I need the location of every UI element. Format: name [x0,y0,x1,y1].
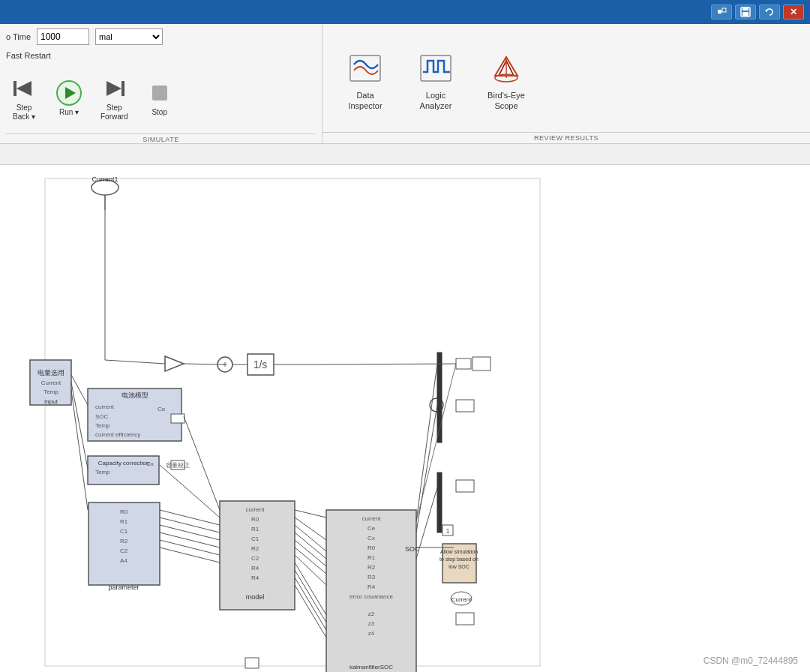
run-icon [56,80,82,106]
svg-rect-80 [472,357,490,370]
mode-select[interactable]: mal Normal Fast Rapid [95,28,163,45]
step-forward-label: StepForward [100,104,128,122]
data-inspector-icon [346,50,384,87]
svg-text:R0: R0 [251,516,260,523]
svg-text:low SOC: low SOC [448,564,470,569]
svg-text:R1: R1 [251,526,260,532]
svg-text:R2: R2 [251,545,260,552]
stop-time-label: o Time [6,32,31,41]
svg-rect-0 [718,10,722,14]
minimize-btn[interactable] [711,4,732,20]
svg-marker-10 [106,81,122,96]
toolbar-top-controls: o Time mal Normal Fast Rapid [6,28,316,45]
svg-text:to stop based on: to stop based on [440,556,478,562]
svg-text:Ce: Ce [368,525,376,532]
svg-text:z2: z2 [368,610,375,617]
svg-rect-6 [14,81,16,96]
run-label: Run ▾ [59,108,79,117]
logic-analyzer-button[interactable]: LogicAnalyzer [408,46,464,115]
svg-text:C2: C2 [251,555,260,562]
svg-text:容量校正: 容量校正 [166,462,190,469]
title-bar-controls: ✕ [711,4,804,20]
step-forward-button[interactable]: StepForward [96,72,133,124]
svg-rect-84 [437,472,442,532]
svg-text:R3: R3 [368,574,376,580]
svg-text:error covariance: error covariance [350,593,393,600]
svg-text:R4: R4 [368,584,376,590]
main-toolbar: o Time mal Normal Fast Rapid Fast Restar… [0,24,810,144]
svg-text:Input: Input [44,398,58,405]
svg-text:SOC: SOC [405,545,420,553]
svg-text:R1: R1 [368,554,376,561]
data-inspector-label: DataInspector [348,90,382,112]
svg-rect-1 [722,8,726,12]
run-button[interactable]: Run ▾ [51,76,87,120]
svg-text:Temp: Temp [95,469,110,476]
undo-btn[interactable] [759,4,780,20]
svg-text:Allow simulation: Allow simulation [440,549,478,554]
svg-rect-11 [122,81,124,96]
svg-text:电池模型: 电池模型 [122,392,148,399]
svg-text:A4: A4 [120,557,128,564]
svg-text:z4: z4 [368,630,375,637]
svg-text:Cx: Cx [368,535,375,542]
svg-text:Cx: Cx [146,460,154,467]
svg-text:Temp: Temp [44,388,58,395]
svg-text:Temp: Temp [95,422,110,429]
svg-rect-4 [742,8,748,10]
stop-label: Stop [152,108,167,117]
canvas-area[interactable]: Current1 电量选用 Current Temp Input 1/s + 电… [0,165,810,672]
svg-text:Capacity correction: Capacity correction [98,460,149,466]
svg-text:R0: R0 [368,544,376,551]
save-btn[interactable] [735,4,756,20]
svg-text:C1: C1 [251,536,260,542]
fast-restart-label: Fast Restart [6,51,316,60]
svg-text:model: model [246,593,265,601]
svg-text:Current1: Current1 [92,176,118,183]
svg-text:R1: R1 [120,518,128,525]
stop-time-input[interactable] [37,28,89,45]
simulink-diagram: Current1 电量选用 Current Temp Input 1/s + 电… [0,165,810,672]
data-inspector-button[interactable]: DataInspector [338,46,393,115]
step-back-label: StepBack ▾ [13,104,35,122]
logic-analyzer-label: LogicAnalyzer [420,90,452,112]
svg-rect-12 [152,86,167,100]
secondary-toolbar [0,144,810,165]
svg-text:1/s: 1/s [254,358,268,370]
review-results-section: DataInspector LogicAnalyzer [322,24,810,143]
svg-text:R4: R4 [251,574,260,581]
stop-button[interactable]: Stop [142,76,178,120]
svg-text:current: current [246,506,266,513]
svg-rect-95 [245,658,259,668]
svg-text:z3: z3 [368,620,375,627]
svg-rect-13 [350,56,380,81]
watermark: CSDN @m0_72444895 [704,656,798,666]
svg-rect-14 [421,56,451,81]
svg-rect-39 [171,414,184,423]
svg-text:current efficiency: current efficiency [95,431,140,438]
svg-text:current: current [95,404,115,410]
svg-text:Current: Current [452,596,472,603]
svg-text:SOC: SOC [95,413,109,420]
birds-eye-scope-button[interactable]: Bird's-EyeScope [478,46,534,115]
svg-text:电量选用: 电量选用 [38,369,64,376]
svg-text:C1: C1 [120,528,128,535]
svg-text:R2: R2 [120,538,128,544]
svg-text:R2: R2 [368,564,376,571]
svg-rect-3 [742,12,748,16]
birds-eye-scope-icon [488,50,525,87]
step-back-icon [10,75,38,102]
logic-analyzer-icon [417,50,454,87]
step-back-button[interactable]: StepBack ▾ [6,72,42,124]
simulate-section-label: SIMULATE [6,134,316,143]
svg-text:C2: C2 [120,548,128,554]
review-results-label: REVIEW RESULTS [322,132,810,143]
svg-text:Current: Current [41,380,62,386]
close-btn[interactable]: ✕ [783,4,804,20]
svg-text:R4: R4 [251,565,260,572]
svg-rect-85 [456,480,474,492]
svg-rect-94 [456,613,474,625]
svg-text:R0: R0 [120,508,128,515]
svg-text:parameter: parameter [108,584,139,591]
svg-text:kalmanfilterSOC: kalmanfilterSOC [350,664,393,670]
